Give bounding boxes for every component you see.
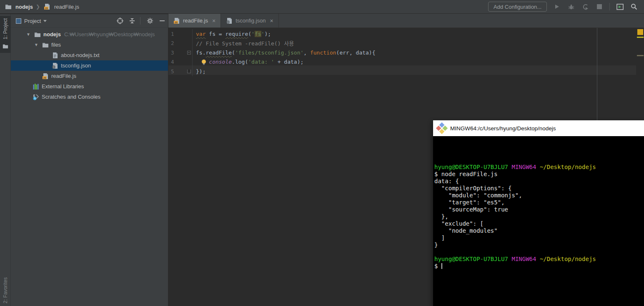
- code-line-4[interactable]: 4 console.log('data: ' + data);: [168, 57, 644, 67]
- hide-icon[interactable]: [160, 20, 165, 21]
- tree-item-files[interactable]: ▼files: [11, 40, 168, 50]
- line-number[interactable]: 4: [168, 57, 193, 67]
- json-file-icon: [226, 17, 233, 24]
- line-number[interactable]: 1: [168, 29, 193, 39]
- project-button-label: 1: Project: [3, 16, 8, 42]
- main-toolbar: nodejs ❯ JS readFile.js Add Configuratio…: [0, 0, 644, 14]
- chevron-down-icon[interactable]: ▼: [25, 32, 32, 37]
- terminal-line: hyung@DESKTOP-U7BJLU7 MINGW64 ~/Desktop/…: [434, 164, 644, 171]
- collapse-all-icon[interactable]: [130, 18, 135, 23]
- debug-icon[interactable]: [567, 2, 575, 11]
- chevron-down-icon[interactable]: ▼: [33, 42, 40, 47]
- chevron-down-icon[interactable]: [43, 20, 47, 22]
- libs-icon: [33, 83, 39, 90]
- code-text: });: [193, 68, 205, 75]
- svg-text:JS: JS: [43, 77, 46, 79]
- inspection-indicator-icon[interactable]: [637, 29, 643, 35]
- breadcrumb-separator-icon: ❯: [36, 4, 40, 10]
- tree-item-readfile-js[interactable]: JSreadFile.js: [11, 71, 168, 81]
- tree-item-label: nodejs: [43, 31, 61, 37]
- tab-tsconfig-json[interactable]: tsconfig.json×: [221, 14, 278, 27]
- info-stripe-mark[interactable]: [637, 55, 644, 56]
- fold-marker-icon[interactable]: −: [187, 51, 191, 55]
- js-file-icon: JS: [173, 17, 180, 24]
- terminal-line: $ node readFile.js: [434, 171, 644, 178]
- js-icon: JS: [42, 73, 49, 80]
- terminal-line: "node_modules": [434, 227, 644, 234]
- line-number[interactable]: 2: [168, 39, 193, 48]
- code-text: console.log('data: ' + data);: [193, 59, 303, 65]
- tool-window-stripe: 1: Project 2: Favorites: [0, 14, 11, 306]
- search-icon[interactable]: [630, 2, 638, 11]
- terminal-line: }: [434, 241, 644, 249]
- tree-item-label: readFile.js: [51, 73, 76, 79]
- terminal-line: [434, 249, 644, 256]
- tool-window-button-project[interactable]: 1: Project: [0, 16, 11, 53]
- tree-item-external-libraries[interactable]: External Libraries: [11, 81, 168, 92]
- terminal-line: },: [434, 213, 644, 220]
- terminal-titlebar[interactable]: MINGW64:/c/Users/hyung/Desktop/nodejs: [433, 120, 644, 136]
- breadcrumb-file[interactable]: readFile.js: [54, 4, 79, 10]
- add-configuration-button[interactable]: Add Configuration...: [488, 2, 547, 12]
- project-panel-header: Project: [11, 14, 168, 28]
- project-tree: ▼nodejsC:₩Users₩hyung₩Desktop₩nodejs▼fil…: [11, 28, 168, 102]
- tab-readfile-js[interactable]: JSreadFile.js×: [168, 14, 221, 27]
- svg-text:JS: JS: [174, 21, 177, 24]
- close-icon[interactable]: ×: [212, 17, 216, 24]
- terminal-line: ]: [434, 234, 644, 241]
- tree-item-label: about-nodejs.txt: [61, 52, 100, 58]
- toolbar-separator: [609, 3, 610, 10]
- tab-label: readFile.js: [183, 17, 208, 24]
- terminal-line: "compilerOptions": {: [434, 185, 644, 192]
- folder-icon: [42, 42, 49, 48]
- tree-item-nodejs[interactable]: ▼nodejsC:₩Users₩hyung₩Desktop₩nodejs: [11, 29, 168, 40]
- text-icon: [52, 52, 58, 59]
- project-panel-title[interactable]: Project: [24, 18, 41, 24]
- breadcrumb: nodejs ❯ JS readFile.js: [0, 2, 79, 11]
- breadcrumb-root[interactable]: nodejs: [15, 4, 33, 10]
- locate-icon[interactable]: [116, 17, 124, 25]
- js-file-icon: JS: [43, 2, 51, 11]
- terminal-line: hyung@DESKTOP-U7BJLU7 MINGW64 ~/Desktop/…: [434, 256, 644, 263]
- terminal-line: "exclude": [: [434, 220, 644, 227]
- terminal-line: $: [434, 263, 644, 270]
- line-number[interactable]: 3−: [168, 48, 193, 57]
- ide-window: nodejs ❯ JS readFile.js Add Configuratio…: [0, 0, 644, 306]
- tree-item-path: C:₩Users₩hyung₩Desktop₩nodejs: [64, 31, 155, 37]
- run-icon[interactable]: [553, 2, 561, 11]
- warning-stripe-mark[interactable]: [637, 37, 644, 38]
- mintty-terminal-window[interactable]: MINGW64:/c/Users/hyung/Desktop/nodejs hy…: [433, 120, 644, 306]
- stop-icon[interactable]: [595, 2, 604, 11]
- tool-window-button-favorites[interactable]: 2: Favorites: [0, 275, 11, 306]
- project-window-icon: [16, 18, 21, 24]
- terminal-line: "target": "es5",: [434, 199, 644, 206]
- panel-separator: [140, 17, 140, 25]
- tree-item-label: files: [51, 42, 61, 48]
- coverage-icon[interactable]: [581, 2, 589, 11]
- run-window-icon[interactable]: [616, 2, 624, 11]
- code-lines[interactable]: 1var fs = require('fs');2// File System …: [168, 28, 644, 76]
- close-icon[interactable]: ×: [270, 17, 273, 24]
- code-line-5[interactable]: 5});: [168, 67, 644, 76]
- tree-item-scratches-and-consoles[interactable]: Scratches and Consoles: [11, 92, 168, 102]
- tab-label: tsconfig.json: [236, 17, 266, 24]
- tree-item-about-nodejs-txt[interactable]: about-nodejs.txt: [11, 50, 168, 60]
- code-line-3[interactable]: 3−fs.readFile('files/tsconfig.json', fun…: [168, 48, 644, 57]
- scratch-icon: [33, 94, 39, 100]
- terminal-line: data: {: [434, 178, 644, 185]
- code-line-2[interactable]: 2// File System -readFile() 사용: [168, 39, 644, 48]
- tree-item-tsconfig-json[interactable]: tsconfig.json: [11, 60, 168, 71]
- gear-icon[interactable]: [146, 17, 154, 25]
- project-tool-window: Project ▼nodejsC:₩Users₩hyung₩Desktop₩no…: [11, 14, 168, 306]
- folder-icon: [34, 31, 41, 38]
- terminal-title: MINGW64:/c/Users/hyung/Desktop/nodejs: [450, 125, 556, 132]
- folder-icon: [4, 2, 13, 11]
- code-text: var fs = require('fs');: [193, 31, 271, 37]
- code-line-1[interactable]: 1var fs = require('fs');: [168, 29, 644, 39]
- svg-text:JS: JS: [45, 7, 48, 10]
- fold-marker-icon[interactable]: [187, 70, 191, 73]
- terminal-line: "module": "commonjs",: [434, 192, 644, 199]
- lightbulb-icon[interactable]: [201, 59, 207, 65]
- line-number[interactable]: 5: [168, 67, 193, 76]
- terminal-body[interactable]: hyung@DESKTOP-U7BJLU7 MINGW64 ~/Desktop/…: [433, 136, 644, 306]
